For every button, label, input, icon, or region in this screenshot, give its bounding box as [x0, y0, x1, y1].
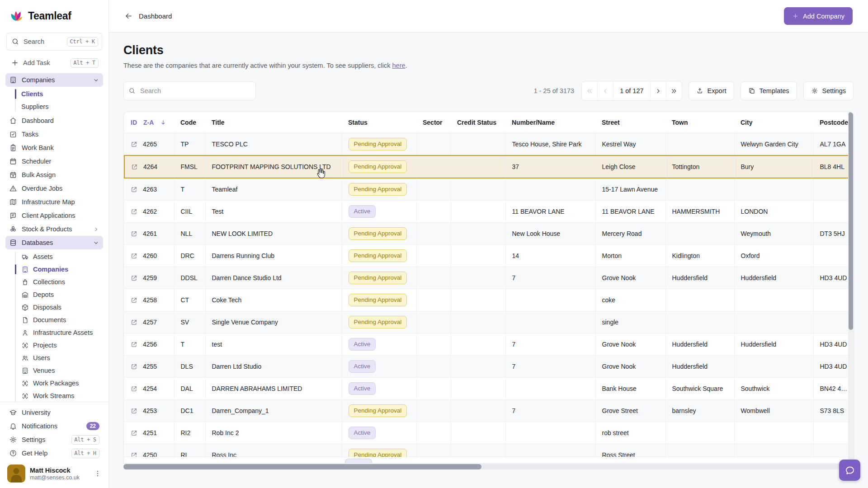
sidebar-item-infrastructure-map[interactable]: Infrastructure Map	[5, 195, 103, 209]
sidebar-subitem-users[interactable]: Users	[15, 352, 103, 364]
sidebar-item-settings[interactable]: SettingsAlt + S	[5, 433, 103, 446]
last-page-button[interactable]	[666, 81, 682, 100]
sidebar-subitem-assets[interactable]: Assets	[15, 250, 103, 263]
column-header-code[interactable]: Code	[174, 112, 205, 133]
search-input[interactable]	[123, 81, 256, 100]
notification-count-badge: 22	[86, 422, 99, 430]
vertical-scrollbar[interactable]	[848, 112, 854, 463]
add-task-button[interactable]: Add Task Alt + T	[6, 54, 102, 71]
open-record-icon[interactable]	[131, 319, 137, 326]
sidebar-subitem-depots[interactable]: Depots	[15, 288, 103, 301]
sidebar-item-databases[interactable]: Databases	[5, 236, 103, 249]
kebab-menu-icon[interactable]	[94, 470, 101, 477]
cell-city: Oxford	[734, 245, 813, 267]
column-header-number-name[interactable]: Number/Name	[505, 112, 595, 133]
open-record-icon[interactable]	[131, 253, 137, 259]
back-arrow-icon[interactable]	[124, 12, 133, 20]
sort-desc-icon[interactable]	[160, 119, 166, 126]
university-icon	[9, 408, 17, 417]
suppliers-link[interactable]: here	[392, 62, 406, 69]
add-company-button[interactable]: Add Company	[784, 7, 853, 25]
sidebar-search[interactable]: Search Ctrl + K	[6, 33, 102, 51]
table-row-4261[interactable]: 4261NLLNEW LOOK LIMITEDPending ApprovalN…	[124, 223, 854, 245]
sidebar-subitem-collections[interactable]: Collections	[15, 276, 103, 288]
open-record-icon[interactable]	[131, 385, 137, 392]
table-row-4263[interactable]: 4263TTeamleafPending Approval15-17 Lawn …	[124, 178, 854, 201]
sidebar-item-bulk-assign[interactable]: Bulk Assign	[5, 168, 103, 182]
export-button[interactable]: Export	[689, 81, 734, 100]
column-header-city[interactable]: City	[734, 112, 813, 133]
open-record-icon[interactable]	[131, 275, 137, 282]
sidebar-item-work-bank[interactable]: Work Bank	[5, 141, 103, 155]
open-record-icon[interactable]	[131, 408, 137, 414]
sidebar-item-overdue-jobs[interactable]: Overdue Jobs	[5, 182, 103, 195]
first-page-button[interactable]	[582, 81, 597, 100]
table-row-4264[interactable]: 4264FMSLFOOTPRINT MAPPING SOLUTIONS LTDP…	[124, 155, 854, 178]
cell-sector	[416, 289, 451, 311]
vertical-scrollbar-thumb[interactable]	[849, 112, 853, 330]
sidebar-item-university[interactable]: University	[5, 406, 103, 419]
sidebar-item-notifications[interactable]: Notifications22	[5, 419, 103, 433]
sidebar-item-get-help[interactable]: Get HelpAlt + H	[5, 446, 103, 460]
table-row-4262[interactable]: 4262CIILTestActive11 BEAVOR LANE11 BEAVO…	[124, 201, 854, 223]
open-record-icon[interactable]	[131, 430, 137, 436]
table-settings-button[interactable]: Settings	[803, 81, 854, 100]
column-header-title[interactable]: Title	[205, 112, 342, 133]
sidebar-subitem-venues[interactable]: Venues	[15, 364, 103, 377]
sidebar-subitem-companies[interactable]: Companies	[15, 263, 103, 276]
sidebar-item-scheduler[interactable]: Scheduler	[5, 155, 103, 168]
sidebar-subitem-clients[interactable]: Clients	[15, 88, 103, 100]
sidebar-item-companies[interactable]: Companies	[5, 73, 103, 87]
user-menu[interactable]: Matt Hiscock matt@senses.co.uk	[5, 460, 103, 488]
horizontal-scrollbar[interactable]	[123, 464, 854, 469]
sidebar-subitem-infrastructure-assets[interactable]: Infrastructure Assets	[15, 326, 103, 339]
templates-button[interactable]: Templates	[741, 81, 797, 100]
table-row-4251[interactable]: 4251RI2Rob Inc 2Activerob street	[124, 422, 854, 444]
prev-page-button[interactable]	[597, 81, 613, 100]
cell-title: Darren Ltd Studio	[205, 356, 342, 378]
table-row-4258[interactable]: 4258CTCoke TechPending Approvalcoke	[124, 289, 854, 311]
cell-title: DARREN ABRAHAMS LIMITED	[205, 378, 342, 400]
open-record-icon[interactable]	[131, 208, 137, 215]
table-row-4253[interactable]: 4253DC1Darren_Company_1Pending Approval7…	[124, 400, 854, 422]
open-record-icon[interactable]	[131, 297, 137, 304]
sidebar-subitem-projects[interactable]: Projects	[15, 339, 103, 352]
horizontal-scrollbar-thumb[interactable]	[123, 464, 481, 469]
table-row-4265[interactable]: 4265TPTESCO PLCPending ApprovalTesco Hou…	[124, 133, 854, 156]
sidebar-item-tasks[interactable]: Tasks	[5, 127, 103, 141]
column-header-credit-status[interactable]: Credit Status	[451, 112, 505, 133]
chat-fab-button[interactable]	[839, 460, 860, 481]
open-record-icon[interactable]	[131, 141, 137, 148]
open-record-icon[interactable]	[131, 363, 137, 370]
sidebar-subitem-work-packages[interactable]: Work Packages	[15, 377, 103, 389]
table-row-4255[interactable]: 4255DLSDarren Ltd StudioActive7Grove Noo…	[124, 356, 854, 378]
status-badge: Pending Approval	[349, 227, 407, 240]
column-header-sector[interactable]: Sector	[416, 112, 451, 133]
table-row-4257[interactable]: 4257SVSingle Venue CompanyPending Approv…	[124, 311, 854, 333]
next-page-button[interactable]	[650, 81, 666, 100]
table-row-4259[interactable]: 4259DDSLDarren Dance Studio LtdPending A…	[124, 267, 854, 289]
sidebar-subitem-documents[interactable]: Documents	[15, 314, 103, 326]
sidebar-subitem-disposals[interactable]: Disposals	[15, 301, 103, 314]
chevrons-left-icon	[586, 88, 593, 94]
column-header-status[interactable]: Status	[342, 112, 416, 133]
breadcrumb[interactable]: Dashboard	[124, 12, 172, 20]
cell-city: Bury	[734, 155, 813, 178]
sidebar-subitem-label: Depots	[33, 291, 54, 298]
tasks-icon	[9, 130, 17, 138]
sidebar-item-client-applications[interactable]: Client Applications	[5, 209, 103, 222]
sidebar-subitem-work-streams[interactable]: Work Streams	[15, 389, 103, 402]
open-record-icon[interactable]	[131, 341, 137, 348]
sidebar-item-stock-and-products[interactable]: Stock & Products	[5, 222, 103, 236]
sidebar-item-dashboard[interactable]: Dashboard	[5, 114, 103, 127]
open-record-icon[interactable]	[131, 164, 138, 170]
column-header-town[interactable]: Town	[665, 112, 734, 133]
table-row-4260[interactable]: 4260DRCDarrens Running ClubPending Appro…	[124, 245, 854, 267]
sidebar-subitem-suppliers[interactable]: Suppliers	[15, 100, 103, 113]
open-record-icon[interactable]	[131, 186, 137, 193]
table-row-4256[interactable]: 4256TtestActive7Grove NookHuddersfieldHu…	[124, 333, 854, 356]
table-row-4254[interactable]: 4254DALDARREN ABRAHAMS LIMITEDActiveBank…	[124, 378, 854, 400]
column-header-street[interactable]: Street	[595, 112, 665, 133]
open-record-icon[interactable]	[131, 230, 137, 237]
column-header-id[interactable]: ID Z-A	[124, 112, 174, 133]
